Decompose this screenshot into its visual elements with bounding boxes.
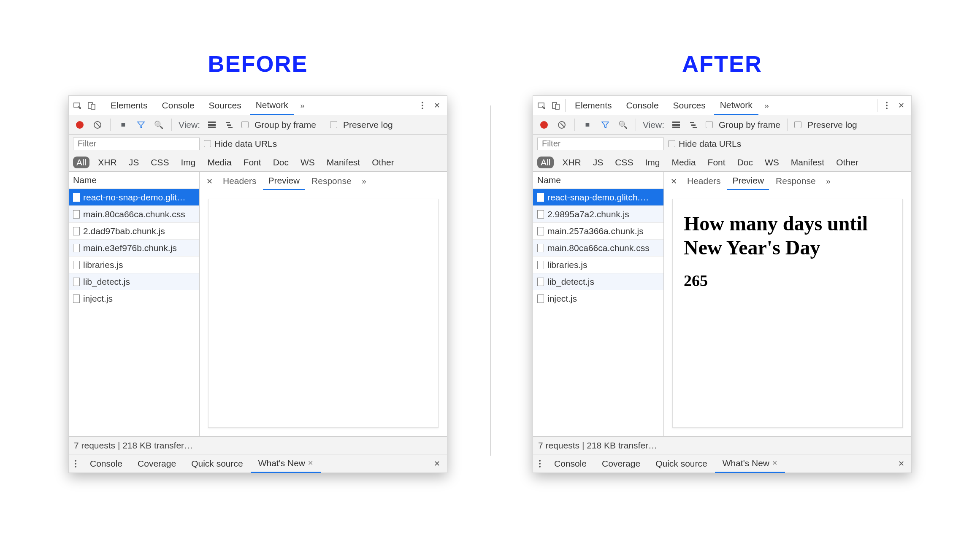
tab-elements[interactable]: Elements [569,96,618,115]
type-img[interactable]: Img [642,157,663,168]
tab-sources[interactable]: Sources [667,96,712,115]
close-detail-icon[interactable] [667,176,680,186]
more-detail-tabs-icon[interactable] [358,175,370,187]
clear-icon[interactable] [556,119,568,131]
type-css[interactable]: CSS [612,157,636,168]
close-icon[interactable]: ✕ [772,459,777,467]
type-doc[interactable]: Doc [734,157,756,168]
detail-tab-response[interactable]: Response [771,172,821,190]
drawer-tab-coverage[interactable]: Coverage [130,454,184,473]
preserve-log-checkbox[interactable] [794,121,801,128]
type-css[interactable]: CSS [147,157,172,168]
inspect-icon[interactable] [71,100,83,111]
filter-input[interactable] [537,138,664,150]
request-row[interactable]: inject.js [533,290,663,307]
tab-console[interactable]: Console [156,96,200,115]
request-row[interactable]: main.80ca66ca.chunk.css [69,206,199,223]
drawer-tab-whats-new[interactable]: What's New✕ [715,454,785,473]
request-row[interactable]: 2.dad97bab.chunk.js [69,223,199,240]
device-toggle-icon[interactable] [550,100,562,111]
drawer-tab-console[interactable]: Console [82,454,130,473]
tab-elements[interactable]: Elements [105,96,154,115]
more-tabs-icon[interactable] [761,100,773,111]
type-xhr[interactable]: XHR [95,157,120,168]
request-row[interactable]: lib_detect.js [533,273,663,290]
detail-tab-preview[interactable]: Preview [727,172,769,190]
kebab-menu-icon[interactable] [881,100,893,111]
detail-tab-headers[interactable]: Headers [682,172,726,190]
detail-tab-response[interactable]: Response [306,172,357,190]
tab-network[interactable]: Network [714,96,758,115]
type-manifest[interactable]: Manifest [323,157,363,168]
type-js[interactable]: JS [590,157,607,168]
type-all[interactable]: All [537,157,554,168]
filter-toggle-icon[interactable] [135,119,147,131]
type-doc[interactable]: Doc [270,157,292,168]
record-icon[interactable] [74,119,86,131]
more-tabs-icon[interactable] [297,100,309,111]
type-font[interactable]: Font [704,157,729,168]
group-by-frame-checkbox[interactable] [706,121,713,128]
search-icon[interactable] [153,119,165,131]
drawer-menu-icon[interactable] [69,460,82,467]
type-media[interactable]: Media [204,157,235,168]
waterfall-icon[interactable] [224,119,236,131]
type-img[interactable]: Img [177,157,199,168]
drawer-tab-quick-source[interactable]: Quick source [184,454,251,473]
request-list-header[interactable]: Name [533,172,663,189]
large-rows-icon[interactable] [206,119,218,131]
request-row[interactable]: libraries.js [69,257,199,273]
request-row[interactable]: 2.9895a7a2.chunk.js [533,206,663,223]
drawer-tab-whats-new[interactable]: What's New✕ [251,454,321,473]
type-all[interactable]: All [73,157,89,168]
close-icon[interactable]: ✕ [308,459,313,467]
type-other[interactable]: Other [833,157,862,168]
tab-network[interactable]: Network [250,96,294,115]
waterfall-icon[interactable] [688,119,700,131]
request-row[interactable]: react-snap-demo.glitch.… [533,189,663,206]
type-media[interactable]: Media [668,157,699,168]
detail-tab-headers[interactable]: Headers [218,172,261,190]
large-rows-icon[interactable] [670,119,682,131]
close-devtools-icon[interactable] [895,100,907,111]
filter-input[interactable] [73,138,200,150]
request-row[interactable]: main.e3ef976b.chunk.js [69,240,199,257]
type-font[interactable]: Font [240,157,265,168]
drawer-menu-icon[interactable] [533,460,547,467]
screenshot-icon[interactable] [117,119,129,131]
search-icon[interactable] [617,119,629,131]
type-ws[interactable]: WS [297,157,318,168]
request-row[interactable]: inject.js [69,290,199,307]
request-row[interactable]: main.257a366a.chunk.js [533,223,663,240]
clear-icon[interactable] [92,119,103,131]
close-drawer-icon[interactable] [431,458,443,470]
request-row[interactable]: react-no-snap-demo.glit… [69,189,199,206]
drawer-tab-console[interactable]: Console [547,454,594,473]
detail-tab-preview[interactable]: Preview [263,172,305,190]
record-icon[interactable] [538,119,550,131]
close-drawer-icon[interactable] [895,458,907,470]
drawer-tab-quick-source[interactable]: Quick source [648,454,715,473]
tab-sources[interactable]: Sources [203,96,247,115]
drawer-tab-coverage[interactable]: Coverage [594,454,648,473]
more-detail-tabs-icon[interactable] [823,175,834,187]
hide-data-urls-checkbox[interactable] [204,140,211,147]
preserve-log-checkbox[interactable] [330,121,337,128]
request-row[interactable]: libraries.js [533,257,663,273]
type-xhr[interactable]: XHR [559,157,584,168]
device-toggle-icon[interactable] [86,100,97,111]
type-js[interactable]: JS [125,157,143,168]
close-devtools-icon[interactable] [431,100,443,111]
request-row[interactable]: lib_detect.js [69,273,199,290]
request-list-header[interactable]: Name [69,172,199,189]
group-by-frame-checkbox[interactable] [241,121,249,128]
inspect-icon[interactable] [536,100,547,111]
screenshot-icon[interactable] [582,119,593,131]
request-row[interactable]: main.80ca66ca.chunk.css [533,240,663,257]
type-manifest[interactable]: Manifest [788,157,828,168]
type-ws[interactable]: WS [761,157,782,168]
filter-toggle-icon[interactable] [599,119,611,131]
hide-data-urls-checkbox[interactable] [668,140,675,147]
kebab-menu-icon[interactable] [417,100,428,111]
type-other[interactable]: Other [368,157,398,168]
